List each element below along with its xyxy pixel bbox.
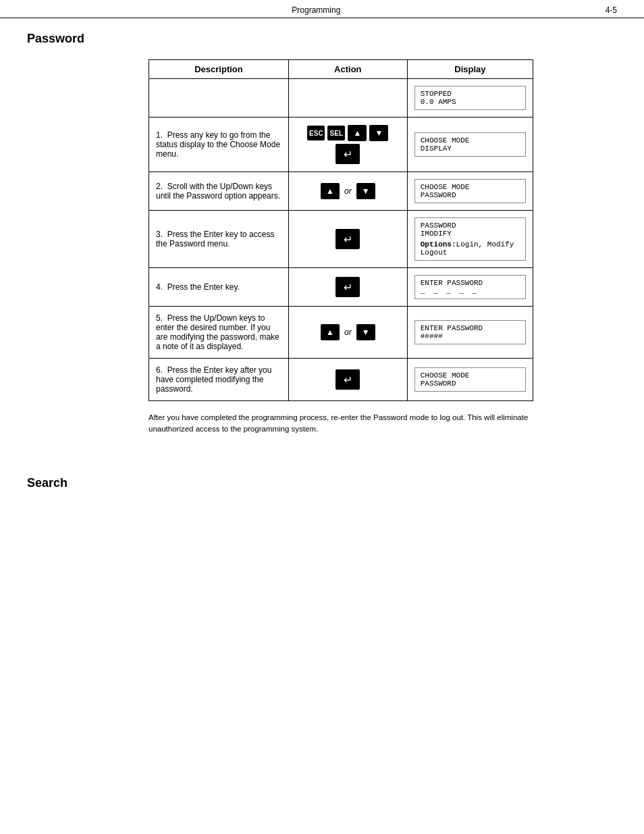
up-key: ▲ [321,183,340,199]
table-row: 6. Press the Enter key after you have co… [149,359,533,401]
page-content: Password Description Action Display STOP… [0,18,644,504]
row1-desc: 1. Press any key to go from the status d… [149,118,289,172]
row1-action-keys: ESC SEL ▲ ▼ ↵ [296,124,400,165]
row3-action: ↵ [288,211,407,268]
table-header-row: Description Action Display [149,60,533,79]
password-table: Description Action Display STOPPED 0.0 A… [149,59,533,401]
header-center: Programming [292,5,340,15]
row5-num: 5. [156,313,167,323]
display-line2: 0.0 AMPS [421,98,520,106]
display-box-2: CHOOSE MODE PASSWORD [414,179,526,203]
or-text: or [344,328,352,337]
row5-action-keys: ▲ or ▼ [296,323,400,341]
sel-key: SEL [327,126,345,140]
row2-action-keys: ▲ or ▼ [296,182,400,200]
display-box-1: CHOOSE MODE DISPLAY [414,132,526,157]
enter-key: ↵ [336,229,360,249]
up-key: ▲ [321,324,340,340]
row0-display: STOPPED 0.0 AMPS [407,79,533,118]
display-line1: PASSWORD [421,221,520,230]
col-header-description: Description [149,60,289,79]
table-row: 5. Press the Up/Down keys to enter the d… [149,307,533,359]
display-line1: STOPPED [421,90,520,98]
display-line1: ENTER PASSWORD [421,279,520,287]
row0-action [288,79,407,118]
row1-num: 1. [156,130,167,140]
row4-display: ENTER PASSWORD _ _ _ _ _ [407,268,533,307]
display-box-0: STOPPED 0.0 AMPS [414,86,526,110]
row6-display: CHOOSE MODE PASSWORD [407,359,533,401]
header-right: 4-5 [606,5,617,15]
display-line2: DISPLAY [421,145,520,153]
enter-key: ↵ [336,369,360,390]
display-line2: _ _ _ _ _ [421,287,520,295]
display-options: Options:Login, Modify Logout [421,240,520,257]
row0-desc [149,79,289,118]
row5-desc: 5. Press the Up/Down keys to enter the d… [149,307,289,359]
table-row: 3. Press the Enter key to access the Pas… [149,211,533,268]
row1-action: ESC SEL ▲ ▼ ↵ [288,118,407,172]
row6-action-keys: ↵ [296,369,400,390]
col-header-display: Display [407,60,533,79]
row6-num: 6. [156,365,167,375]
down-key: ▼ [356,324,375,340]
display-line2: PASSWORD [421,380,520,388]
display-box-4: ENTER PASSWORD _ _ _ _ _ [414,275,526,299]
display-line2: ##### [421,332,520,340]
row2-action: ▲ or ▼ [288,172,407,211]
row3-display: PASSWORD IMODIFY Options:Login, Modify L… [407,211,533,268]
options-label: Options: [421,240,456,249]
up-key: ▲ [348,125,367,141]
down-key: ▼ [356,183,375,199]
search-section-title: Search [27,476,617,490]
row4-action-keys: ↵ [296,276,400,298]
display-line2: PASSWORD [421,191,520,199]
page-header: Programming 4-5 [0,0,644,18]
row4-desc: 4. Press the Enter key. [149,268,289,307]
enter-key: ↵ [336,277,360,297]
row3-desc: 3. Press the Enter key to access the Pas… [149,211,289,268]
esc-key: ESC [307,126,325,140]
display-line1: ENTER PASSWORD [421,324,520,332]
down-key: ▼ [369,125,388,141]
table-row: 1. Press any key to go from the status d… [149,118,533,172]
row2-display: CHOOSE MODE PASSWORD [407,172,533,211]
enter-key: ↵ [336,144,360,164]
table-row: 4. Press the Enter key. ↵ ENTER PASSWORD… [149,268,533,307]
display-box-5: ENTER PASSWORD ##### [414,320,526,344]
display-line1: CHOOSE MODE [421,371,520,380]
display-line1: CHOOSE MODE [421,183,520,191]
row5-action: ▲ or ▼ [288,307,407,359]
row4-num: 4. [156,282,167,292]
display-line1: CHOOSE MODE [421,136,520,145]
table-row: STOPPED 0.0 AMPS [149,79,533,118]
row6-desc: 6. Press the Enter key after you have co… [149,359,289,401]
table-row: 2. Scroll with the Up/Down keys until th… [149,172,533,211]
row2-num: 2. [156,182,167,191]
row2-desc: 2. Scroll with the Up/Down keys until th… [149,172,289,211]
display-line2: IMODIFY [421,230,520,238]
row1-display: CHOOSE MODE DISPLAY [407,118,533,172]
row3-num: 3. [156,230,167,239]
display-box-3: PASSWORD IMODIFY Options:Login, Modify L… [414,217,526,261]
row5-display: ENTER PASSWORD ##### [407,307,533,359]
password-section-title: Password [27,32,617,46]
row3-action-keys: ↵ [296,228,400,250]
display-box-6: CHOOSE MODE PASSWORD [414,367,526,392]
col-header-action: Action [288,60,407,79]
row4-action: ↵ [288,268,407,307]
row6-action: ↵ [288,359,407,401]
or-text: or [344,186,352,196]
footnote: After you have completed the programming… [149,412,533,436]
password-table-container: Description Action Display STOPPED 0.0 A… [149,59,533,401]
